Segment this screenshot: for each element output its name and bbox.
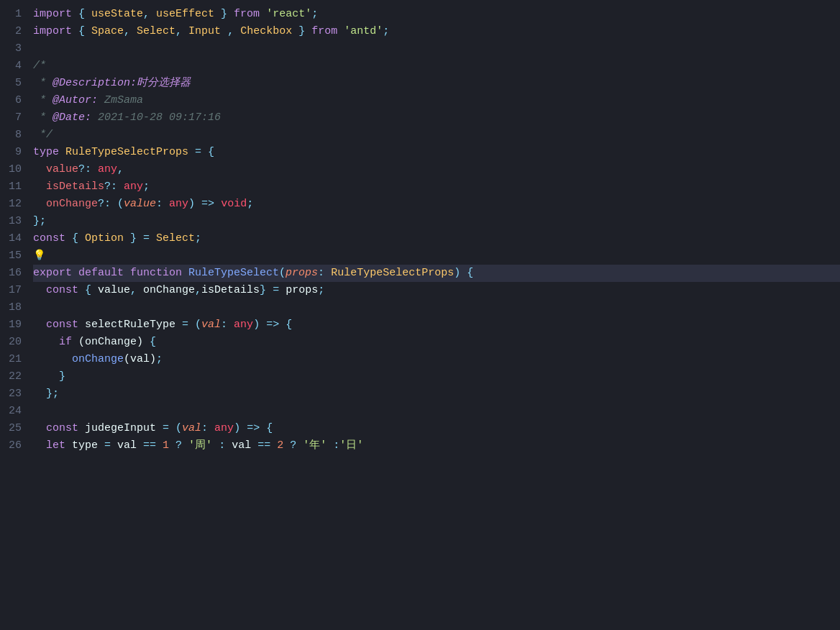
token: *: [33, 94, 52, 106]
line-number: 26: [0, 437, 22, 455]
code-line: [33, 403, 840, 420]
token: :: [327, 439, 339, 452]
token: any: [117, 181, 143, 193]
token: [337, 25, 344, 37]
token: default: [72, 267, 124, 279]
token: :: [221, 319, 227, 331]
token: =: [266, 284, 279, 296]
token: 1: [156, 439, 169, 452]
token: };: [33, 215, 46, 227]
code-line: };: [33, 385, 840, 403]
token: */: [33, 129, 52, 141]
token: '年': [296, 439, 327, 452]
token: =: [98, 439, 111, 452]
code-line: };: [33, 213, 840, 230]
token: props: [279, 284, 318, 296]
token: const: [33, 232, 65, 245]
line-number: 19: [0, 316, 22, 334]
token: useState: [85, 8, 143, 20]
token: *: [33, 111, 52, 124]
token: any: [91, 163, 117, 175]
token: val: [182, 422, 201, 434]
token: ?:: [98, 198, 111, 210]
code-line: const { value, onChange,isDetails} = pro…: [33, 282, 840, 299]
line-number: 21: [0, 351, 22, 368]
token: type: [33, 146, 59, 158]
token: const: [33, 422, 78, 434]
token: let: [33, 439, 65, 452]
token: val: [225, 439, 251, 452]
token: {: [78, 25, 85, 37]
token: Input: [182, 25, 221, 37]
token: {: [78, 8, 85, 20]
line-numbers: 1234567891011121314151617181920212223242…: [0, 0, 30, 630]
token: {: [65, 232, 78, 245]
token: onChange: [33, 353, 124, 365]
code-line: }: [33, 368, 840, 385]
token: 'antd': [344, 25, 383, 37]
token: (val): [124, 353, 156, 365]
token: ): [454, 267, 460, 279]
token: :: [201, 422, 208, 434]
line-number: 2: [0, 23, 22, 40]
token: const: [33, 319, 78, 331]
token: =: [188, 146, 201, 158]
token: val: [201, 319, 221, 331]
token: {: [260, 422, 273, 434]
token: ,: [195, 284, 201, 296]
code-line: [33, 299, 840, 316]
code-line: const { Option } = Select;: [33, 230, 840, 247]
token: =>: [260, 319, 279, 331]
token: ;: [311, 8, 318, 20]
token: val: [111, 439, 137, 452]
line-number: 6: [0, 92, 22, 109]
token: Checkbox: [234, 25, 292, 37]
token: ,: [221, 25, 234, 37]
token: any: [227, 319, 253, 331]
token: 2021-10-28 09:17:16: [91, 111, 221, 124]
token: {: [78, 284, 91, 296]
line-number: 20: [0, 334, 22, 351]
token: :: [212, 439, 225, 452]
token: @Autor:: [52, 94, 98, 106]
token: ;: [383, 25, 389, 37]
token: [72, 8, 78, 20]
token: ?:: [104, 181, 117, 193]
token: [72, 25, 78, 37]
line-number: 14: [0, 230, 22, 247]
code-line: onChange(val);: [33, 351, 840, 368]
token: (: [279, 267, 286, 279]
token: *: [33, 77, 52, 89]
code-line: if (onChange) {: [33, 334, 840, 351]
token: 2: [270, 439, 283, 452]
code-line: */: [33, 127, 840, 144]
token: ;: [318, 284, 324, 296]
token: from: [305, 25, 337, 37]
line-number: 9: [0, 144, 22, 161]
token: import: [33, 25, 72, 37]
code-line: * @Autor: ZmSama: [33, 92, 840, 109]
line-number: 24: [0, 403, 22, 420]
token: ==: [137, 439, 156, 452]
token: value: [33, 163, 78, 175]
line-number: 7: [0, 109, 22, 127]
line-number: 3: [0, 40, 22, 58]
line-number: 15: [0, 247, 22, 265]
line-number: 1: [0, 6, 22, 23]
token: =: [156, 422, 169, 434]
token: ,: [175, 25, 182, 37]
token: ,: [124, 25, 130, 37]
token: Option: [78, 232, 124, 245]
code-line: type RuleTypeSelectProps = {: [33, 144, 840, 161]
code-line: export default function RuleTypeSelect(p…: [33, 265, 840, 282]
token: type: [65, 439, 98, 452]
token: }: [124, 232, 137, 245]
code-line: 💡: [33, 247, 840, 265]
token: [260, 8, 266, 20]
token: 时分选择器: [137, 77, 191, 89]
token: =>: [195, 198, 214, 210]
token: }: [292, 25, 305, 37]
code-line: * @Description:时分选择器: [33, 75, 840, 92]
token: onChange: [137, 284, 195, 296]
token: import: [33, 8, 72, 20]
